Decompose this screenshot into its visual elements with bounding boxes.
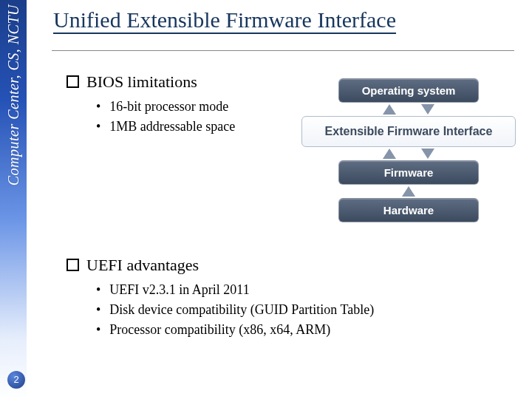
- section-uefi: UEFI advantages UEFI v2.3.1 in April 201…: [66, 256, 514, 342]
- layer-efi: Extensible Firmware Interface: [301, 116, 516, 147]
- layer-fw: Firmware: [338, 160, 479, 185]
- section-bios: BIOS limitations 16-bit processor mode 1…: [66, 72, 318, 139]
- arrows-efi-fw: [301, 149, 516, 159]
- list-item: 16-bit processor mode: [96, 99, 318, 115]
- sidebar-label: Computer Center, CS, NCTU: [5, 4, 22, 185]
- page-number-badge: 2: [7, 371, 25, 389]
- layer-os: Operating system: [338, 78, 479, 103]
- list-item: 1MB addressable space: [96, 119, 318, 134]
- slide-title-text: Unified Extensible Firmware Interface: [53, 7, 396, 34]
- arrow-down-icon: [421, 149, 434, 159]
- content-area: Unified Extensible Firmware Interface BI…: [27, 0, 532, 399]
- uefi-stack-diagram: Operating system Extensible Firmware Int…: [301, 78, 516, 222]
- uefi-list: UEFI v2.3.1 in April 2011 Disk device co…: [96, 282, 514, 338]
- arrow-up-icon: [383, 104, 396, 115]
- layer-hw: Hardware: [338, 198, 479, 222]
- arrow-down-icon: [421, 104, 434, 115]
- arrow-up-icon: [402, 186, 415, 197]
- arrow-up-icon: [383, 149, 396, 159]
- list-item: Disk device compatibility (GUID Partitio…: [96, 302, 514, 318]
- list-item: Processor compatibility (x86, x64, ARM): [96, 322, 514, 338]
- slide-title: Unified Extensible Firmware Interface: [53, 7, 396, 33]
- section-heading-bios: BIOS limitations: [66, 72, 318, 92]
- bios-list: 16-bit processor mode 1MB addressable sp…: [96, 99, 318, 134]
- arrow-fw-hw: [301, 186, 516, 197]
- section-heading-uefi: UEFI advantages: [66, 256, 514, 275]
- list-item: UEFI v2.3.1 in April 2011: [96, 282, 514, 298]
- arrows-os-efi: [301, 104, 516, 115]
- slide: Computer Center, CS, NCTU Unified Extens…: [0, 0, 532, 399]
- sidebar: Computer Center, CS, NCTU: [0, 0, 27, 399]
- title-divider: [52, 50, 514, 51]
